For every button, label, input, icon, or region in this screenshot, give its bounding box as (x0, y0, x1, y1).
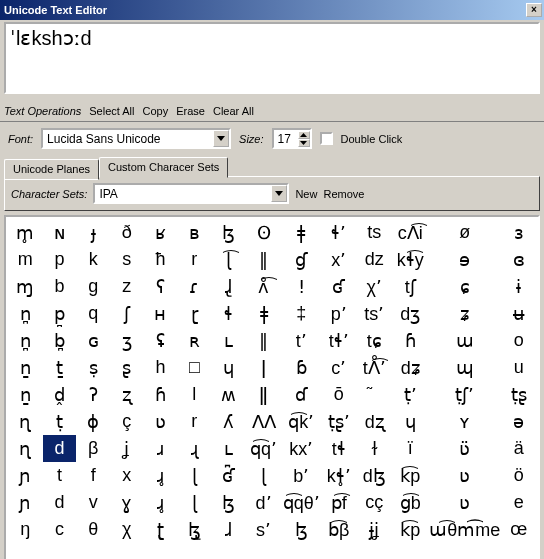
character-cell[interactable]: ʎ (211, 408, 245, 435)
new-button[interactable]: New (295, 188, 317, 200)
character-cell[interactable]: ǂ (282, 219, 321, 246)
character-cell[interactable]: ō (321, 381, 357, 408)
character-cell[interactable]: l (177, 381, 211, 408)
character-cell[interactable]: q͡kʼ (282, 408, 321, 435)
character-cell[interactable]: ɳ (8, 435, 43, 462)
character-cell[interactable]: ṭʂʼ (321, 408, 357, 435)
character-cell[interactable]: ṣ (76, 354, 110, 381)
character-cell[interactable]: ɺ̢ (211, 273, 245, 300)
character-cell[interactable]: tʼ (282, 327, 321, 354)
character-cell[interactable]: q͡qθʼ (282, 489, 321, 516)
character-cell[interactable]: x (110, 462, 144, 489)
character-cell[interactable]: ö (501, 462, 536, 489)
character-cell[interactable]: χ (110, 516, 144, 543)
character-cell[interactable]: p (43, 246, 77, 273)
character-cell[interactable]: n̪ (8, 327, 43, 354)
character-cell[interactable]: ʉ (501, 300, 536, 327)
character-cell[interactable]: ɘ (428, 246, 501, 273)
character-cell[interactable]: h (144, 354, 178, 381)
erase-button[interactable]: Erase (176, 105, 205, 117)
character-cell[interactable]: θ (76, 516, 110, 543)
clear-all-button[interactable]: Clear All (213, 105, 254, 117)
character-cell[interactable]: ɟ (76, 219, 110, 246)
character-cell[interactable]: ʈ̢ (144, 516, 178, 543)
character-cell[interactable]: d (43, 435, 77, 462)
character-cell[interactable]: ʙ (177, 219, 211, 246)
character-cell[interactable]: u (501, 354, 536, 381)
font-dropdown[interactable]: Lucida Sans Unicode (41, 128, 231, 149)
character-cell[interactable]: cç (357, 489, 393, 516)
character-cell[interactable]: ʋ (144, 408, 178, 435)
character-cell[interactable]: ʕ (144, 273, 178, 300)
character-cell[interactable]: dʐ (357, 408, 393, 435)
character-cell[interactable]: ‡ (282, 300, 321, 327)
character-cell[interactable]: ɮ̢ (177, 516, 211, 543)
character-cell[interactable]: cɅ͡i (392, 219, 428, 246)
character-cell[interactable]: tɬ (321, 435, 357, 462)
character-cell[interactable]: ħ (144, 246, 178, 273)
character-cell[interactable]: ɳ (8, 408, 43, 435)
character-cell[interactable]: ɱ (8, 273, 43, 300)
character-cell[interactable]: ɭ (177, 489, 211, 516)
character-cell[interactable]: ṭʂ (501, 381, 536, 408)
character-cell[interactable]: ̃ (357, 381, 393, 408)
character-cell[interactable]: ɦ (144, 381, 178, 408)
tab-custom-character-sets[interactable]: Custom Characer Sets (99, 157, 228, 178)
character-cell[interactable]: ɬʼ (321, 219, 357, 246)
character-cell[interactable]: ɹ̥ (144, 462, 178, 489)
character-cell[interactable]: ʜ (144, 300, 178, 327)
character-cell[interactable]: ts (357, 219, 393, 246)
character-cell[interactable]: ɯ (428, 327, 501, 354)
character-cell[interactable]: ʒ (110, 327, 144, 354)
character-cell[interactable]: b̪ (43, 327, 77, 354)
character-cell[interactable]: ɨ (501, 273, 536, 300)
double-click-checkbox[interactable] (320, 132, 333, 145)
character-cell[interactable]: χʼ (357, 273, 393, 300)
character-cell[interactable]: kɬ̥ʼ (321, 462, 357, 489)
character-cell[interactable]: ɽ (177, 300, 211, 327)
character-cell[interactable]: xʼ (321, 246, 357, 273)
character-cell[interactable]: ʋ (428, 462, 501, 489)
character-cell[interactable]: ɲ (8, 489, 43, 516)
character-cell[interactable]: r (177, 246, 211, 273)
character-cell[interactable]: ɲ (8, 462, 43, 489)
character-cell[interactable]: ḓ (43, 381, 77, 408)
character-cell[interactable]: ʐ (110, 381, 144, 408)
character-cell[interactable]: r (177, 408, 211, 435)
character-cell[interactable]: v (76, 489, 110, 516)
character-cell[interactable]: ʟ (211, 435, 245, 462)
character-cell[interactable]: ɫ (357, 435, 393, 462)
remove-button[interactable]: Remove (323, 188, 364, 200)
character-cell[interactable]: ǂ (246, 300, 282, 327)
size-input[interactable]: 17 (272, 128, 312, 149)
character-cell[interactable]: ʀ (177, 327, 211, 354)
character-cell[interactable]: dz (357, 246, 393, 273)
character-cell[interactable]: ð (110, 219, 144, 246)
character-cell[interactable]: t (43, 462, 77, 489)
character-cell[interactable]: dʒ (392, 300, 428, 327)
character-cell[interactable]: ɭ͡ (211, 246, 245, 273)
character-cell[interactable]: ɓ (282, 354, 321, 381)
character-cell[interactable]: ï (392, 435, 428, 462)
character-cell[interactable]: ʢ (144, 327, 178, 354)
character-cell[interactable]: ɉʝ (357, 516, 393, 543)
character-cell[interactable]: cʼ (321, 354, 357, 381)
character-cell[interactable]: g͡b (392, 489, 428, 516)
character-cell[interactable]: ɮ (211, 489, 245, 516)
character-cell[interactable]: ṉ (8, 354, 43, 381)
character-cell[interactable]: tsʼ (357, 300, 393, 327)
character-cell[interactable]: dɮ (357, 462, 393, 489)
character-cell[interactable]: ɹ̥ (144, 489, 178, 516)
character-cell[interactable]: ɥ (211, 354, 245, 381)
character-cell[interactable]: ɠ (282, 246, 321, 273)
character-cell[interactable]: c (43, 516, 77, 543)
character-cell[interactable]: s (110, 246, 144, 273)
character-set-dropdown[interactable]: IPA (93, 183, 289, 204)
spinner-down-icon[interactable] (298, 139, 310, 147)
character-cell[interactable]: ʝ (110, 435, 144, 462)
character-cell[interactable]: ʘ (246, 219, 282, 246)
character-cell[interactable]: ɸ (76, 408, 110, 435)
character-cell[interactable]: tɕ (357, 327, 393, 354)
character-cell[interactable]: kxʼ (282, 435, 321, 462)
character-cell[interactable]: ɭ (177, 462, 211, 489)
